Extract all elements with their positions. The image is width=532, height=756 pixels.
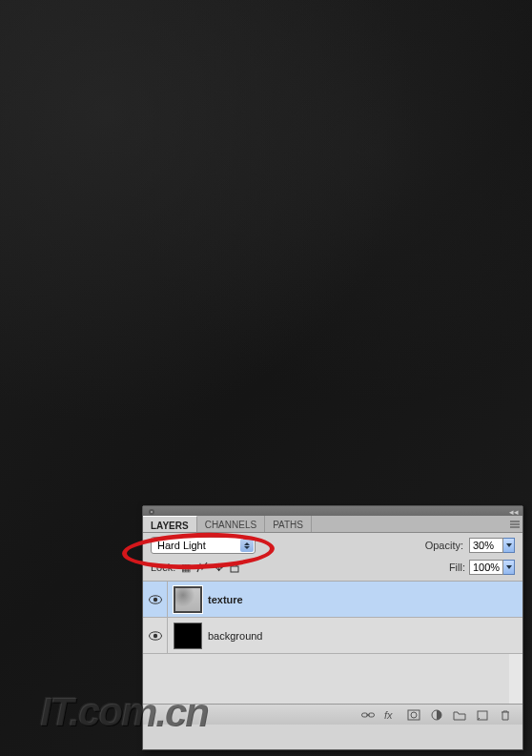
opacity-flyout-icon[interactable] [503, 538, 515, 553]
lock-transparency-icon[interactable]: ▦ [179, 561, 193, 574]
svg-rect-3 [231, 566, 238, 572]
blend-opacity-row: Hard Light Opacity: 30% [143, 533, 522, 558]
fill-label: Fill: [449, 562, 465, 573]
layer-style-icon[interactable]: fx [383, 708, 399, 722]
svg-point-13 [411, 712, 417, 718]
visibility-toggle[interactable] [143, 618, 168, 653]
tab-paths[interactable]: PATHS [265, 516, 312, 532]
eye-icon [149, 595, 162, 604]
blend-mode-value: Hard Light [157, 540, 206, 551]
stepper-arrows-icon [240, 539, 254, 552]
opacity-input[interactable]: 30% [469, 538, 515, 553]
opacity-value[interactable]: 30% [469, 538, 503, 553]
panel-tabs: LAYERS CHANNELS PATHS [143, 516, 522, 533]
layer-mask-icon[interactable] [406, 708, 421, 722]
layer-name-label[interactable]: background [208, 630, 263, 642]
lock-icon-group: ▦ ✥ [179, 561, 241, 574]
panel-collapse-icon[interactable]: ◂◂ [509, 507, 519, 517]
panel-menu-button[interactable] [507, 516, 522, 532]
layers-list: texture background [143, 582, 522, 704]
visibility-toggle[interactable] [143, 582, 168, 617]
delete-layer-icon[interactable] [498, 708, 513, 722]
menu-icon [510, 521, 520, 528]
tab-channels[interactable]: CHANNELS [197, 516, 265, 532]
link-layers-icon[interactable] [360, 708, 376, 722]
layer-thumbnail[interactable] [174, 586, 202, 613]
opacity-label: Opacity: [425, 540, 463, 551]
layer-row-background[interactable]: background [143, 618, 522, 654]
fill-input[interactable]: 100% [469, 560, 515, 575]
new-group-icon[interactable] [452, 708, 467, 722]
lock-position-icon[interactable]: ✥ [212, 561, 225, 574]
layer-thumbnail[interactable] [174, 623, 202, 649]
panel-titlebar[interactable]: ◂◂ [143, 506, 522, 516]
svg-text:fx: fx [384, 709, 393, 721]
tab-layers[interactable]: LAYERS [143, 516, 197, 532]
blend-mode-select[interactable]: Hard Light [151, 537, 256, 554]
new-layer-icon[interactable] [475, 708, 490, 722]
layer-name-label[interactable]: texture [208, 594, 243, 605]
svg-point-7 [153, 633, 156, 637]
lock-fill-row: Lock: ▦ ✥ Fill: 100% [143, 558, 522, 582]
lock-label: Lock: [151, 562, 175, 573]
svg-point-5 [153, 597, 156, 601]
lock-all-icon[interactable] [228, 561, 241, 574]
panel-grip-icon [149, 509, 154, 515]
fill-flyout-icon[interactable] [503, 560, 515, 575]
layer-row-texture[interactable]: texture [143, 582, 522, 618]
eye-icon [149, 631, 162, 641]
watermark-logo: IT.com.cn [40, 689, 207, 735]
lock-image-icon[interactable] [195, 561, 209, 574]
fill-value[interactable]: 100% [469, 560, 503, 575]
adjustment-layer-icon[interactable] [429, 708, 444, 722]
